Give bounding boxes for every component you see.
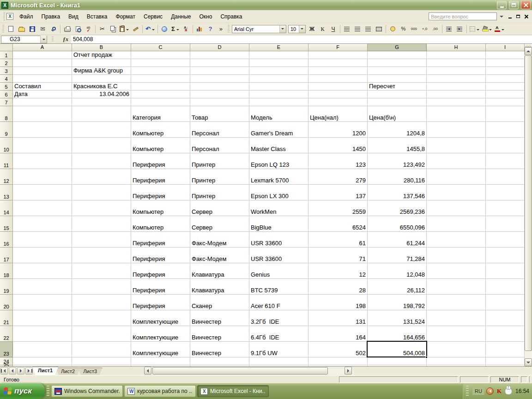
cell-C12[interactable]: Периферия [131,169,190,185]
cell-D8[interactable]: Товар [190,106,249,122]
question-dropdown-icon[interactable] [498,13,505,20]
fill-handle[interactable] [425,356,428,358]
cell-D4[interactable] [190,75,249,83]
cell-C10[interactable]: Компьютер [131,138,190,153]
chevron-down-icon[interactable] [40,36,47,43]
cell-G1[interactable] [368,51,427,59]
cell-A3[interactable] [13,67,72,75]
cell-G2[interactable] [368,59,427,67]
print-button[interactable] [62,24,73,34]
cell-C13[interactable]: Периферия [131,185,190,200]
cell-A14[interactable] [13,200,72,216]
cell-E3[interactable] [249,67,308,75]
cell-C8[interactable]: Категория [131,106,190,122]
vertical-split-handle[interactable] [525,44,532,47]
cell-B17[interactable] [72,248,131,263]
cell-E25[interactable] [249,365,308,366]
new-button[interactable] [6,24,16,34]
cell-D18[interactable]: Клавиатура [190,263,249,279]
row-header-1[interactable]: 1 [0,51,13,59]
cell-D5[interactable] [190,83,249,91]
cell-I14[interactable] [486,200,525,216]
cell-F17[interactable]: 71 [308,248,368,263]
formatting-toolbar-grip[interactable] [228,25,230,33]
menu-item[interactable]: Правка [37,12,65,21]
cell-B18[interactable] [72,263,131,279]
horizontal-scroll-track[interactable] [151,367,345,375]
cell-A15[interactable] [13,216,72,232]
insert-function-button[interactable]: ƒx [60,36,71,43]
cell-F22[interactable]: 164 [308,326,368,342]
cell-I9[interactable] [486,122,525,138]
last-sheet-button[interactable] [25,367,33,375]
cell-D21[interactable]: Винчестер [190,310,249,326]
cell-B5[interactable]: Красникова Е.С [72,83,131,91]
row-header-7[interactable]: 7 [0,98,13,106]
cell-F12[interactable]: 279 [308,169,368,185]
bold-button[interactable]: Ж [307,24,317,34]
cell-F21[interactable]: 131 [308,310,368,326]
menu-item[interactable]: Вид [64,12,83,21]
row-header-3[interactable]: 3 [0,67,13,75]
cell-A20[interactable] [13,295,72,310]
cell-F16[interactable]: 61 [308,232,368,248]
paste-button[interactable] [118,24,130,34]
cell-H19[interactable] [427,279,486,295]
scroll-down-button[interactable] [525,358,532,366]
row-header-18[interactable]: 18 [0,263,13,279]
cell-E21[interactable]: 3.2Гб IDE [249,310,308,326]
task-button-windows-commander[interactable]: Windows Commander... [51,385,123,397]
cell-A8[interactable] [13,106,72,122]
task-button-word[interactable]: курсовая работа по ... [124,385,196,397]
cell-E6[interactable] [249,91,308,98]
cell-G24[interactable] [368,357,427,365]
horizontal-scroll-thumb[interactable] [152,367,328,375]
cell-D3[interactable] [190,67,249,75]
column-header-D[interactable]: D [190,44,249,51]
cell-A11[interactable] [13,153,72,169]
cell-I19[interactable] [486,279,525,295]
cell-A16[interactable] [13,232,72,248]
cell-E7[interactable] [249,98,308,106]
cell-H22[interactable] [427,326,486,342]
cell-A18[interactable] [13,263,72,279]
cell-H9[interactable] [427,122,486,138]
cell-H1[interactable] [427,51,486,59]
cell-F7[interactable] [308,98,368,106]
cell-H5[interactable] [427,83,486,91]
search-button[interactable] [48,24,59,34]
cell-C3[interactable] [131,67,190,75]
cell-C5[interactable] [131,83,190,91]
cell-B24[interactable] [72,357,131,365]
row-header-21[interactable]: 21 [0,310,13,326]
cell-G6[interactable] [368,91,427,98]
cell-B1[interactable]: Отчет продаж [72,51,131,59]
cell-H25[interactable] [427,365,486,366]
row-header-13[interactable]: 13 [0,185,13,200]
cell-D7[interactable] [190,98,249,106]
menu-item[interactable]: Окно [195,12,216,21]
cell-F19[interactable]: 28 [308,279,368,295]
cell-D16[interactable]: Факс-Модем [190,232,249,248]
cell-I3[interactable] [486,67,525,75]
cell-B13[interactable] [72,185,131,200]
cell-B8[interactable] [72,106,131,122]
font-name-combo[interactable]: Arial Cyr [232,25,286,33]
cell-E12[interactable]: Lexmark 5700 [249,169,308,185]
cell-C4[interactable] [131,75,190,83]
cell-E5[interactable] [249,83,308,91]
open-button[interactable] [16,24,27,34]
cell-A6[interactable]: Дата [13,91,72,98]
thousands-button[interactable]: 000 [409,24,419,34]
sheet-tab[interactable]: Лист1 [32,367,58,375]
cell-H21[interactable] [427,310,486,326]
cell-I16[interactable] [486,232,525,248]
cell-D20[interactable]: Сканер [190,295,249,310]
cell-G16[interactable]: 61,244 [368,232,427,248]
column-header-H[interactable]: H [427,44,486,51]
mail-button[interactable]: ✉ [37,24,48,34]
save-button[interactable] [27,24,37,34]
cell-E4[interactable] [249,75,308,83]
row-header-5[interactable]: 5 [0,83,13,91]
fill-color-button[interactable] [481,24,493,34]
